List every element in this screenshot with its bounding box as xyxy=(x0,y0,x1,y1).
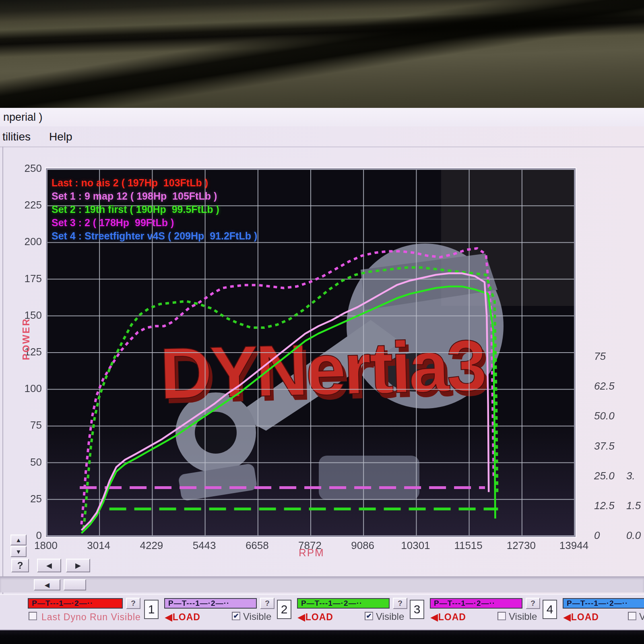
title-bar: nperial ) xyxy=(0,108,644,126)
legend-entry: Set 3 : 2 ( 178Hp 99FtLb ) xyxy=(52,216,257,229)
x-tick-label: 10301 xyxy=(401,539,430,552)
menu-item-help[interactable]: Help xyxy=(49,130,72,143)
app-window: nperial ) tilities Help DYNertia3DYNerti… xyxy=(0,108,644,631)
x-tick-label: 12730 xyxy=(507,539,536,552)
x-tick-label: 6658 xyxy=(246,539,269,552)
trace-2-visible-label: Visible xyxy=(376,611,404,622)
right-axis-tick-label: 12.5 xyxy=(594,500,615,512)
y-tick-label: 200 xyxy=(2,235,42,248)
right-axis-tick-label: 50.0 xyxy=(594,410,615,422)
last-run-visible-label: Last Dyno Run Visible xyxy=(41,612,141,623)
right-axis-secondary-label: 3. xyxy=(626,470,635,482)
scroll-right-button[interactable]: ▶ xyxy=(66,559,90,572)
trace-group-1: P—T---1—·2—·· ? ◀LOAD ✔ Visible xyxy=(160,595,276,630)
x-tick-label: 4229 xyxy=(140,539,163,552)
svg-text:DYNertia3: DYNertia3 xyxy=(159,325,485,414)
last-run-visible-checkbox[interactable] xyxy=(29,612,37,620)
x-tick-label: 1800 xyxy=(34,539,58,552)
right-axis-secondary-label: 1.5 xyxy=(626,500,641,512)
trace-group-3: P—T---1—·2—·· ? ◀LOAD Visible xyxy=(426,595,542,630)
trace-4-visible-checkbox[interactable] xyxy=(628,612,636,620)
trace-group-4: P—T---1—·2—·· ◀LOAD Vis xyxy=(559,595,644,630)
trace-3-visible-checkbox[interactable] xyxy=(497,612,506,620)
y-scale-up-button[interactable]: ▲ xyxy=(10,535,27,545)
trace-2-visible-checkbox[interactable]: ✔ xyxy=(365,612,373,620)
scrollbar-left-arrow-icon[interactable]: ◀ xyxy=(34,579,60,590)
last-run-help-button[interactable]: ? xyxy=(126,598,140,609)
trace-1-help-button[interactable]: ? xyxy=(260,598,275,609)
trace-1-visible-checkbox[interactable]: ✔ xyxy=(232,612,240,620)
x-tick-label: 3014 xyxy=(87,539,110,552)
trace-2-style-bar[interactable]: P—T---1—·2—·· xyxy=(297,598,390,609)
window-left-border xyxy=(2,147,3,630)
trace-3-visible-label: Visible xyxy=(509,611,537,622)
right-axis-tick-label: 62.5 xyxy=(594,380,615,392)
y-tick-label: 250 xyxy=(2,162,42,175)
y-axis-title: POWER xyxy=(21,318,32,360)
group-number-2: 2 xyxy=(277,600,291,619)
trace-1-visible-label: Visible xyxy=(243,611,271,622)
trace-2-help-button[interactable]: ? xyxy=(393,598,407,609)
trace-control-strip: P—T---1—·2—·· ? Last Dyno Run Visible 1 … xyxy=(0,594,644,631)
x-tick-label: 11515 xyxy=(454,539,482,552)
trace-group-2: P—T---1—·2—·· ? ◀LOAD ✔ Visible xyxy=(293,595,409,630)
y-tick-label: 175 xyxy=(2,272,42,285)
group-number-1: 1 xyxy=(144,600,159,619)
trace-3-style-bar[interactable]: P—T---1—·2—·· xyxy=(430,598,522,609)
group-number-4: 4 xyxy=(543,600,557,619)
legend-entry: Set 2 : 19th first ( 190Hp 99.5FtLb ) xyxy=(52,203,257,216)
y-tick-label: 225 xyxy=(2,199,42,211)
window-title: nperial ) xyxy=(3,111,43,124)
last-run-style-bar[interactable]: P—T---1—·2—·· xyxy=(28,598,123,609)
trace-4-load-button[interactable]: ◀LOAD xyxy=(564,612,599,623)
menu-bar: tilities Help xyxy=(0,126,644,147)
right-axis-tick-label: 75 xyxy=(594,350,606,363)
x-tick-label: 5443 xyxy=(193,539,216,552)
trace-2-load-button[interactable]: ◀LOAD xyxy=(298,612,333,623)
right-axis-secondary-label: 0.0 xyxy=(626,529,641,542)
trace-4-visible-label: Vis xyxy=(639,611,644,622)
monitor-top-bezel xyxy=(0,0,644,108)
trace-1-load-button[interactable]: ◀LOAD xyxy=(165,612,200,623)
chart-help-button[interactable]: ? xyxy=(11,559,29,572)
scroll-left-button[interactable]: ◀ xyxy=(37,559,61,572)
y-tick-label: 100 xyxy=(2,382,42,395)
y-tick-label: 25 xyxy=(2,493,42,505)
trace-3-help-button[interactable]: ? xyxy=(526,598,540,609)
right-axis-tick-label: 0 xyxy=(594,529,600,542)
last-run-group: P—T---1—·2—·· ? Last Dyno Run Visible xyxy=(22,595,143,630)
legend-entry: Last : no ais 2 ( 197Hp 103FtLb ) xyxy=(52,176,257,190)
y-tick-label: 75 xyxy=(2,419,42,431)
scrollbar-thumb[interactable] xyxy=(64,579,86,590)
monitor-bottom-bezel xyxy=(0,630,644,644)
y-scale-down-button[interactable]: ▼ xyxy=(10,546,27,557)
x-tick-label: 13944 xyxy=(559,539,588,552)
menu-item-utilities[interactable]: tilities xyxy=(2,130,31,143)
legend-entry: Set 4 : Streetfighter v4S ( 209Hp 91.2Ft… xyxy=(52,229,257,243)
chart-legend: Last : no ais 2 ( 197Hp 103FtLb )Set 1 :… xyxy=(52,176,257,243)
trace-1-style-bar[interactable]: P—T---1—·2—·· xyxy=(164,598,257,609)
horizontal-scrollbar[interactable]: ◀ xyxy=(0,576,644,592)
right-axis-tick-label: 37.5 xyxy=(594,440,615,452)
x-tick-label: 9086 xyxy=(351,539,374,552)
trace-3-load-button[interactable]: ◀LOAD xyxy=(431,612,466,623)
right-axis-tick-label: 25.0 xyxy=(594,470,615,482)
y-tick-label: 50 xyxy=(2,456,42,469)
legend-entry: Set 1 : 9 map 12 ( 198Hp 105FtLb ) xyxy=(52,190,257,203)
x-axis-title: RPM xyxy=(299,547,324,559)
group-number-3: 3 xyxy=(410,600,424,619)
trace-4-style-bar[interactable]: P—T---1—·2—·· xyxy=(563,598,644,609)
